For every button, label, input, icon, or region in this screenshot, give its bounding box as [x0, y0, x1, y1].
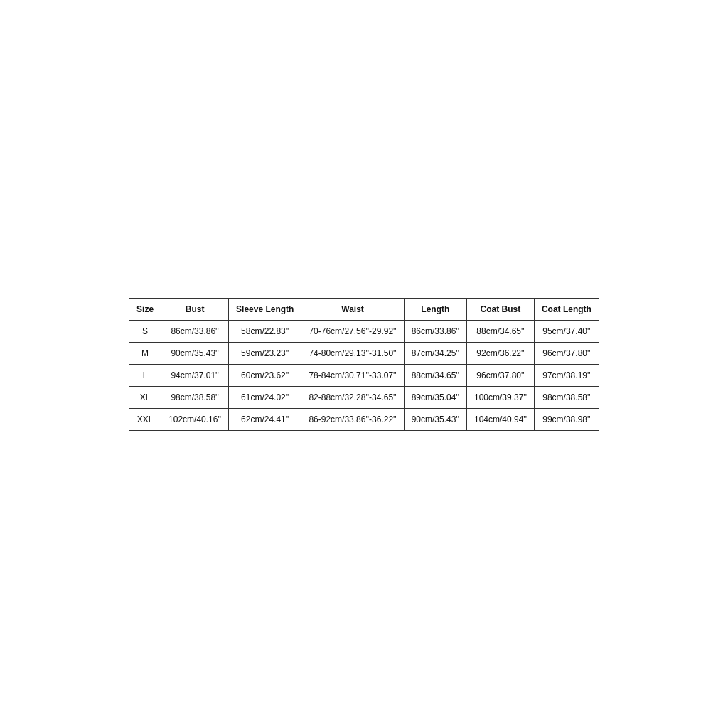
cell-size-row0: S [129, 320, 161, 342]
cell-coat_length-row3: 98cm/38.58'' [534, 386, 599, 408]
cell-waist-row1: 74-80cm/29.13''-31.50'' [301, 342, 404, 364]
cell-length-row1: 87cm/34.25'' [404, 342, 466, 364]
cell-bust-row0: 86cm/33.86'' [161, 320, 229, 342]
cell-bust-row2: 94cm/37.01'' [161, 364, 229, 386]
cell-length-row4: 90cm/35.43'' [404, 408, 466, 430]
table-header-row: Size Bust Sleeve Length Waist Length Coa… [129, 298, 599, 320]
cell-coat_length-row0: 95cm/37.40'' [534, 320, 599, 342]
header-length: Length [404, 298, 466, 320]
cell-waist-row3: 82-88cm/32.28''-34.65'' [301, 386, 404, 408]
cell-sleeve_length-row2: 60cm/23.62'' [229, 364, 301, 386]
cell-coat_bust-row2: 96cm/37.80'' [466, 364, 534, 386]
header-size: Size [129, 298, 161, 320]
cell-coat_bust-row3: 100cm/39.37'' [466, 386, 534, 408]
cell-coat_bust-row1: 92cm/36.22'' [466, 342, 534, 364]
cell-bust-row3: 98cm/38.58'' [161, 386, 229, 408]
size-chart-table: Size Bust Sleeve Length Waist Length Coa… [129, 298, 599, 431]
cell-coat_length-row2: 97cm/38.19'' [534, 364, 599, 386]
cell-coat_length-row1: 96cm/37.80'' [534, 342, 599, 364]
size-chart-container: Size Bust Sleeve Length Waist Length Coa… [129, 298, 599, 431]
header-coat-length: Coat Length [534, 298, 599, 320]
cell-sleeve_length-row3: 61cm/24.02'' [229, 386, 301, 408]
header-waist: Waist [301, 298, 404, 320]
cell-sleeve_length-row0: 58cm/22.83'' [229, 320, 301, 342]
cell-bust-row1: 90cm/35.43'' [161, 342, 229, 364]
cell-size-row1: M [129, 342, 161, 364]
header-sleeve-length: Sleeve Length [229, 298, 301, 320]
cell-length-row3: 89cm/35.04'' [404, 386, 466, 408]
cell-waist-row2: 78-84cm/30.71''-33.07'' [301, 364, 404, 386]
header-coat-bust: Coat Bust [466, 298, 534, 320]
table-row: XXL102cm/40.16''62cm/24.41''86-92cm/33.8… [129, 408, 599, 430]
cell-size-row2: L [129, 364, 161, 386]
header-bust: Bust [161, 298, 229, 320]
cell-sleeve_length-row1: 59cm/23.23'' [229, 342, 301, 364]
cell-waist-row0: 70-76cm/27.56''-29.92'' [301, 320, 404, 342]
cell-sleeve_length-row4: 62cm/24.41'' [229, 408, 301, 430]
cell-bust-row4: 102cm/40.16'' [161, 408, 229, 430]
cell-size-row4: XXL [129, 408, 161, 430]
cell-coat_bust-row4: 104cm/40.94'' [466, 408, 534, 430]
cell-size-row3: XL [129, 386, 161, 408]
table-row: L94cm/37.01''60cm/23.62''78-84cm/30.71''… [129, 364, 599, 386]
cell-length-row0: 86cm/33.86'' [404, 320, 466, 342]
cell-waist-row4: 86-92cm/33.86''-36.22'' [301, 408, 404, 430]
cell-coat_bust-row0: 88cm/34.65'' [466, 320, 534, 342]
table-row: XL98cm/38.58''61cm/24.02''82-88cm/32.28'… [129, 386, 599, 408]
table-row: S86cm/33.86''58cm/22.83''70-76cm/27.56''… [129, 320, 599, 342]
cell-length-row2: 88cm/34.65'' [404, 364, 466, 386]
cell-coat_length-row4: 99cm/38.98'' [534, 408, 599, 430]
table-row: M90cm/35.43''59cm/23.23''74-80cm/29.13''… [129, 342, 599, 364]
